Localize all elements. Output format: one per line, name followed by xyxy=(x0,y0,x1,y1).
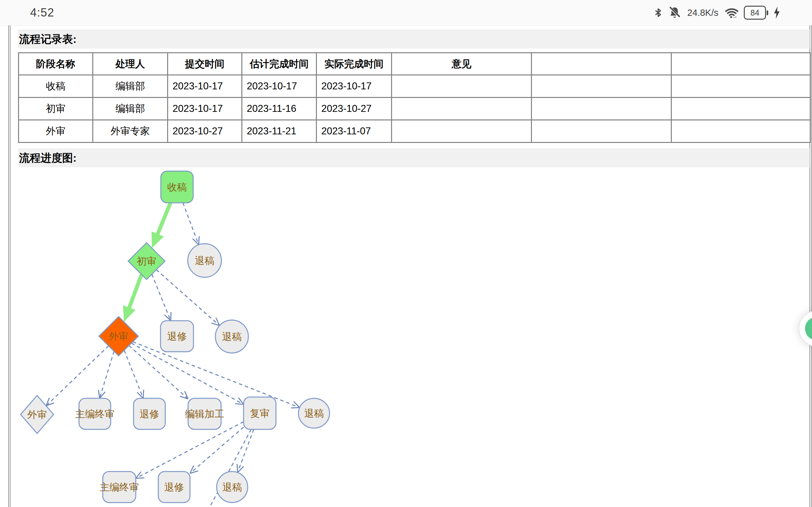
flow-node-chushen: 初审 xyxy=(128,243,165,279)
flow-node-label: 退稿 xyxy=(304,408,324,419)
flow-node-label: 主编终审 xyxy=(100,482,139,493)
flow-node-label: 主编终审 xyxy=(75,408,114,419)
flow-arrowhead xyxy=(235,404,244,404)
flow-edge-dashed xyxy=(156,270,219,326)
flow-node-label: 退修 xyxy=(164,482,184,493)
flow-node-label: 退稿 xyxy=(222,331,242,342)
process-flow-diagram: 收稿初审退稿外审退修退稿外审主编终审退修编辑加工复审退稿主编终审退修退稿 xyxy=(0,0,812,507)
flow-edge-dashed xyxy=(124,350,143,398)
flow-node-bianjijiagong: 编辑加工 xyxy=(185,398,224,429)
flow-edge-dashed xyxy=(100,351,114,398)
flow-edge-dashed xyxy=(190,427,244,473)
flow-arrowhead xyxy=(237,464,238,472)
flow-nodes: 收稿初审退稿外审退修退稿外审主编终审退修编辑加工复审退稿主编终审退修退稿 xyxy=(20,171,329,503)
flow-node-label: 初审 xyxy=(137,256,156,267)
flow-node-label: 退修 xyxy=(140,408,159,419)
flow-arrowhead xyxy=(136,471,141,478)
flow-arrowhead xyxy=(143,390,144,398)
screen: 4:52 24.8K/s xyxy=(0,0,812,507)
flow-node-tuixiu1: 退修 xyxy=(160,321,194,352)
flow-arrowhead xyxy=(199,236,199,245)
flow-node-label: 退稿 xyxy=(222,482,242,493)
flow-node-tuigao2: 退稿 xyxy=(215,320,248,353)
flow-edge-dashed xyxy=(133,342,299,408)
flow-node-label: 复审 xyxy=(250,408,270,419)
flow-node-label: 退稿 xyxy=(195,255,214,266)
flow-arrowhead xyxy=(123,305,136,322)
flow-arrowhead xyxy=(171,312,171,321)
flow-edge-dashed xyxy=(238,429,254,472)
flow-arrowhead xyxy=(291,407,300,408)
flow-node-tuixiu2: 退修 xyxy=(134,398,165,429)
flow-node-label: 编辑加工 xyxy=(185,408,224,419)
flow-edge-dashed xyxy=(129,345,188,399)
flow-node-label: 外审 xyxy=(27,409,47,420)
flow-edge-dashed xyxy=(152,274,171,321)
flow-node-waishen2: 外审 xyxy=(20,395,54,434)
flow-node-label: 外审 xyxy=(109,331,129,342)
flow-arrowhead xyxy=(136,478,144,478)
flow-node-fushen: 复审 xyxy=(244,397,276,429)
flow-node-zhubian1: 主编终审 xyxy=(75,398,114,429)
flow-node-waishen: 外审 xyxy=(99,317,138,356)
flow-node-label: 收稿 xyxy=(167,181,187,193)
flow-edge-dashed xyxy=(136,422,244,478)
flow-node-shougao: 收稿 xyxy=(161,171,193,203)
flow-edge-dashed xyxy=(183,203,199,245)
flow-edges xyxy=(46,203,299,507)
flow-node-tuigao3: 退稿 xyxy=(299,398,329,428)
flow-node-zhubian2: 主编终审 xyxy=(100,471,139,503)
flow-arrowhead xyxy=(239,398,244,404)
flow-node-tuixiu3: 退修 xyxy=(158,471,190,503)
flow-node-label: 退修 xyxy=(167,331,187,342)
flow-edge-done xyxy=(157,203,170,236)
flow-node-tuigao4: 退稿 xyxy=(217,471,248,503)
flow-node-tuigao1: 退稿 xyxy=(188,244,221,277)
flow-arrowhead xyxy=(137,392,143,398)
flow-arrowhead xyxy=(294,401,300,407)
flow-arrowhead xyxy=(99,390,100,398)
flow-edge-done xyxy=(129,274,142,310)
flow-arrowhead xyxy=(238,466,244,472)
floating-action-button-core xyxy=(805,317,812,340)
flow-arrowhead xyxy=(193,239,199,245)
